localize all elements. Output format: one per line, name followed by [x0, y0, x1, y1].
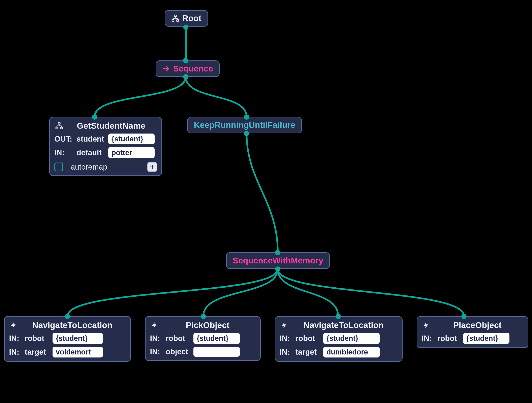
port-key: target — [25, 348, 49, 357]
svg-rect-8 — [58, 122, 60, 124]
port-row: IN: object — [150, 347, 256, 357]
port-keep-in[interactable] — [244, 114, 249, 120]
node-keep-title: KeepRunningUntilFailure — [194, 120, 295, 130]
port-key: robot — [166, 334, 190, 343]
bolt-icon — [10, 321, 17, 329]
node-navigatetolocation-1[interactable]: NavigateToLocation IN: robot {student} I… — [4, 316, 131, 362]
svg-rect-2 — [177, 20, 179, 21]
port-pick-in[interactable] — [201, 314, 206, 319]
port-seqmem-out[interactable] — [275, 266, 280, 272]
port-place-in[interactable] — [461, 314, 467, 319]
port-direction: IN: — [150, 347, 162, 356]
port-row: IN: robot {student} — [280, 333, 398, 344]
tree-icon — [171, 14, 179, 22]
bolt-icon — [423, 321, 429, 329]
svg-rect-0 — [174, 15, 176, 17]
port-seq-out[interactable] — [183, 74, 188, 79]
port-key: target — [296, 348, 320, 357]
node-nav2-title: NavigateToLocation — [290, 320, 397, 330]
port-key: robot — [437, 334, 460, 343]
port-row: IN: target dumbledore — [280, 347, 398, 358]
port-value-field[interactable]: {student} — [193, 333, 240, 344]
node-getstudentname-title: GetStudentName — [66, 121, 156, 131]
port-direction: IN: — [280, 348, 292, 357]
svg-rect-10 — [61, 127, 63, 129]
node-getstudentname[interactable]: GetStudentName OUT: student {student} IN… — [49, 117, 162, 176]
port-getstu-in[interactable] — [92, 114, 97, 120]
tree-icon — [55, 122, 63, 130]
port-value-field[interactable]: {student} — [323, 333, 380, 344]
bolt-icon — [281, 321, 287, 329]
autoremap-checkbox[interactable] — [54, 163, 63, 171]
autoremap-label: _autoremap — [66, 163, 144, 171]
node-pickobject[interactable]: PickObject IN: robot {student} IN: objec… — [145, 316, 261, 361]
node-sequence-title: Sequence — [173, 64, 213, 74]
bolt-icon — [151, 321, 158, 329]
port-row: IN: default potter — [54, 147, 157, 158]
port-value-field[interactable]: {student} — [108, 134, 155, 144]
port-direction: IN: — [422, 334, 434, 343]
port-value-field[interactable]: {student} — [52, 333, 103, 344]
port-direction: IN: — [54, 148, 73, 157]
add-port-button[interactable]: + — [147, 162, 157, 172]
node-place-title: PlaceObject — [432, 320, 523, 330]
port-row: IN: robot {student} — [9, 333, 126, 344]
port-row: IN: robot {student} — [150, 333, 256, 344]
port-value-field[interactable]: dumbledore — [323, 347, 380, 358]
node-root[interactable]: Root — [165, 10, 208, 26]
node-sequence[interactable]: Sequence — [156, 60, 220, 77]
port-value-field[interactable] — [193, 347, 240, 357]
port-row: IN: robot {student} — [422, 333, 523, 344]
port-direction: IN: — [280, 334, 292, 343]
port-value-field[interactable]: voldemort — [52, 347, 103, 358]
port-row: IN: target voldemort — [9, 347, 126, 358]
port-direction: OUT: — [54, 135, 73, 143]
port-key: robot — [25, 334, 49, 343]
port-seqmem-in[interactable] — [275, 250, 280, 255]
port-row: OUT: student {student} — [54, 134, 157, 144]
node-placeobject[interactable]: PlaceObject IN: robot {student} — [417, 316, 528, 348]
node-nav1-title: NavigateToLocation — [19, 320, 125, 330]
port-key: robot — [296, 334, 320, 343]
port-direction: IN: — [9, 348, 21, 357]
node-pick-title: PickObject — [160, 320, 255, 330]
port-keep-out[interactable] — [244, 131, 249, 136]
port-root-out[interactable] — [183, 25, 188, 30]
svg-rect-1 — [172, 20, 174, 21]
node-keeprunninguntilfailure[interactable]: KeepRunningUntilFailure — [187, 117, 302, 133]
node-navigatetolocation-2[interactable]: NavigateToLocation IN: robot {student} I… — [275, 316, 403, 362]
port-nav2-in[interactable] — [336, 314, 341, 319]
port-value-field[interactable]: potter — [108, 147, 155, 158]
port-key: object — [166, 347, 190, 356]
node-seqmem-title: SequenceWithMemory — [233, 256, 323, 265]
port-direction: IN: — [150, 334, 162, 343]
port-key: student — [76, 135, 105, 143]
port-key: default — [76, 148, 105, 157]
node-root-title: Root — [182, 13, 202, 23]
port-direction: IN: — [9, 334, 21, 343]
port-seq-in[interactable] — [183, 58, 188, 63]
port-value-field[interactable]: {student} — [463, 333, 509, 344]
port-nav1-in[interactable] — [65, 314, 70, 319]
svg-rect-9 — [56, 127, 58, 129]
arrow-right-icon — [162, 65, 170, 73]
